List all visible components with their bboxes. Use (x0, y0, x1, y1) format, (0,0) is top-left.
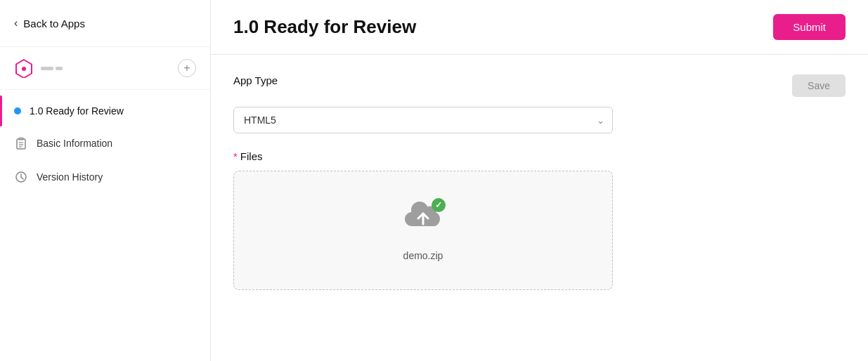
sidebar-nav: 1.0 Ready for Review Basic Information (0, 90, 210, 199)
hexagon-icon (14, 58, 34, 78)
app-type-select[interactable]: HTML5 (233, 107, 613, 133)
sidebar-logo-left (14, 58, 63, 78)
svg-line-8 (21, 177, 23, 179)
submit-button[interactable]: Submit (773, 14, 846, 40)
main-body: App Type Save HTML5 ⌄ * Files ✓ (211, 55, 868, 310)
sidebar-version-history-label: Version History (37, 171, 103, 183)
files-label-row: * Files (233, 150, 846, 162)
back-to-apps-link[interactable]: ‹ Back to Apps (0, 0, 210, 47)
check-badge-icon: ✓ (432, 198, 446, 212)
back-label: Back to Apps (23, 18, 85, 29)
upload-icon-container: ✓ (402, 199, 444, 242)
sidebar-item-basic-information[interactable]: Basic Information (0, 126, 210, 160)
svg-rect-1 (17, 139, 25, 149)
file-upload-area[interactable]: ✓ demo.zip (233, 171, 613, 290)
clock-icon (14, 170, 28, 184)
back-arrow-icon: ‹ (14, 17, 18, 29)
placeholder-bar-2 (56, 67, 63, 70)
sidebar-item-version[interactable]: 1.0 Ready for Review (0, 96, 210, 126)
sidebar-version-label: 1.0 Ready for Review (30, 105, 124, 117)
clipboard-icon (14, 136, 28, 150)
placeholder-bar-1 (41, 67, 53, 70)
required-star: * (233, 150, 238, 162)
app-name-placeholder (41, 67, 63, 70)
sidebar-item-version-history[interactable]: Version History (0, 160, 210, 194)
page-title: 1.0 Ready for Review (233, 16, 416, 38)
files-label: Files (240, 150, 263, 162)
main-content: 1.0 Ready for Review Submit App Type Sav… (211, 0, 868, 361)
plus-icon: + (183, 62, 190, 74)
add-button[interactable]: + (178, 59, 196, 77)
svg-point-0 (22, 67, 26, 71)
save-button[interactable]: Save (792, 74, 846, 97)
sidebar-logo-row: + (0, 47, 210, 90)
sidebar-basic-info-label: Basic Information (37, 138, 112, 149)
app-type-select-wrapper: HTML5 ⌄ (233, 107, 613, 133)
app-type-label: App Type (233, 74, 278, 86)
main-header: 1.0 Ready for Review Submit (211, 0, 868, 55)
file-name-label: demo.zip (403, 250, 443, 261)
active-dot-icon (14, 107, 21, 114)
app-type-section-header: App Type Save (233, 74, 846, 97)
sidebar: ‹ Back to Apps + 1.0 Ready for Review (0, 0, 211, 361)
